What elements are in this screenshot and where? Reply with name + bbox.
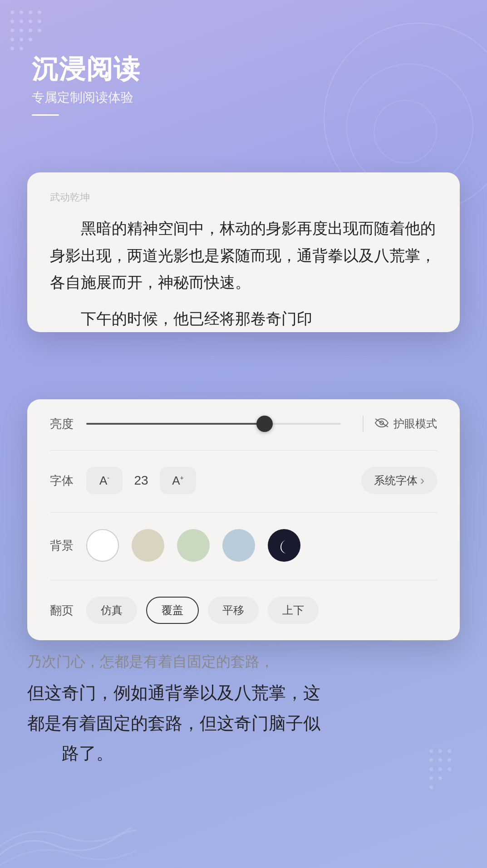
font-controls: A- 23 A+ 系统字体 › <box>86 467 437 494</box>
brightness-slider[interactable] <box>86 423 341 425</box>
settings-divider-1 <box>50 450 437 451</box>
svg-point-10 <box>29 29 32 32</box>
settings-divider-2 <box>50 512 437 513</box>
pageturn-label: 翻页 <box>50 603 86 618</box>
wave-decoration <box>0 777 136 868</box>
svg-point-2 <box>29 10 32 14</box>
bottom-reading-area: 乃次门心，怎都是有着自固定的套路， 但这奇门，例如通背拳以及八荒掌，这 都是有着… <box>27 649 460 769</box>
eye-icon <box>374 417 389 431</box>
brightness-row: 亮度 护眼模式 <box>50 416 437 432</box>
reading-paragraph-2: 下午的时候，他已经将那卷奇门印 <box>50 305 437 333</box>
font-label: 字体 <box>50 473 86 489</box>
svg-point-0 <box>10 10 14 14</box>
svg-point-12 <box>10 38 14 41</box>
bg-green-option[interactable] <box>177 529 210 562</box>
reading-text: 黑暗的精神空间中，林动的身影再度出现而随着他的身影出现，两道光影也是紧随而现，通… <box>50 215 437 332</box>
bg-blue-option[interactable] <box>222 529 255 562</box>
moon-icon <box>276 537 292 554</box>
bottom-line-3: 路了。 <box>27 738 460 769</box>
pageturn-scroll[interactable]: 上下 <box>268 597 319 624</box>
reading-paragraph-1: 黑暗的精神空间中，林动的身影再度出现而随着他的身影出现，两道光影也是紧随而现，通… <box>50 215 437 296</box>
header-divider <box>32 114 59 116</box>
brightness-label: 亮度 <box>50 416 86 432</box>
slider-track <box>86 423 341 425</box>
svg-point-8 <box>10 29 14 32</box>
font-row: 字体 A- 23 A+ 系统字体 › <box>50 467 437 494</box>
slider-thumb[interactable] <box>256 416 273 432</box>
pageturn-slide-label: 平移 <box>222 603 244 618</box>
page-title: 沉浸阅读 <box>32 54 141 83</box>
bg-dark-option[interactable] <box>268 529 300 562</box>
svg-point-11 <box>38 29 41 32</box>
header: 沉浸阅读 专属定制阅读体验 <box>32 54 141 116</box>
svg-point-26 <box>429 776 433 780</box>
svg-point-15 <box>10 47 14 50</box>
font-increase-label: A+ <box>172 474 184 488</box>
svg-point-1 <box>20 10 23 14</box>
pageturn-simulated-label: 仿真 <box>101 603 123 618</box>
pageturn-simulated[interactable]: 仿真 <box>86 597 137 624</box>
svg-point-14 <box>29 38 32 41</box>
pageturn-overlay[interactable]: 覆盖 <box>146 597 199 624</box>
bg-options <box>86 529 437 562</box>
page-subtitle: 专属定制阅读体验 <box>32 89 141 106</box>
settings-panel: 亮度 护眼模式 <box>27 399 460 640</box>
svg-point-3 <box>38 10 41 14</box>
book-title: 武动乾坤 <box>50 191 437 204</box>
bottom-blur-line: 乃次门心，怎都是有着自固定的套路， <box>27 649 460 674</box>
slider-fill <box>86 423 265 425</box>
bottom-line-2: 都是有着固定的套路，但这奇门脑子似 <box>27 708 460 739</box>
svg-point-4 <box>10 20 14 23</box>
pageturn-row: 翻页 仿真 覆盖 平移 上下 <box>50 597 437 624</box>
eye-mode-label: 护眼模式 <box>394 417 437 431</box>
font-type-button[interactable]: 系统字体 › <box>361 467 437 494</box>
bg-decoration-circle-3 <box>374 100 437 163</box>
background-row: 背景 <box>50 529 437 562</box>
font-size-display: 23 <box>130 473 152 488</box>
font-type-label: 系统字体 <box>374 473 418 488</box>
svg-point-27 <box>438 776 442 780</box>
chevron-right-icon: › <box>420 473 424 488</box>
bg-white-option[interactable] <box>86 529 119 562</box>
font-decrease-label: A- <box>99 474 109 488</box>
svg-point-13 <box>20 38 23 41</box>
pageturn-overlay-label: 覆盖 <box>162 603 183 618</box>
svg-point-9 <box>20 29 23 32</box>
brightness-divider <box>363 416 364 432</box>
svg-point-16 <box>20 47 23 50</box>
bg-beige-option[interactable] <box>132 529 164 562</box>
settings-divider-3 <box>50 580 437 580</box>
svg-point-7 <box>38 20 41 23</box>
brightness-control: 护眼模式 <box>86 416 437 432</box>
reading-card: 武动乾坤 黑暗的精神空间中，林动的身影再度出现而随着他的身影出现，两道光影也是紧… <box>27 172 460 332</box>
pageturn-scroll-label: 上下 <box>282 603 304 618</box>
font-decrease-button[interactable]: A- <box>86 467 123 494</box>
svg-point-6 <box>29 20 32 23</box>
svg-point-28 <box>429 785 433 789</box>
font-increase-button[interactable]: A+ <box>160 467 196 494</box>
eye-mode-button[interactable]: 护眼模式 <box>374 417 437 431</box>
bottom-line-1: 但这奇门，例如通背拳以及八荒掌，这 <box>27 678 460 708</box>
pageturn-options: 仿真 覆盖 平移 上下 <box>86 597 437 624</box>
svg-point-5 <box>20 20 23 23</box>
pageturn-slide[interactable]: 平移 <box>208 597 259 624</box>
bg-label: 背景 <box>50 538 86 554</box>
